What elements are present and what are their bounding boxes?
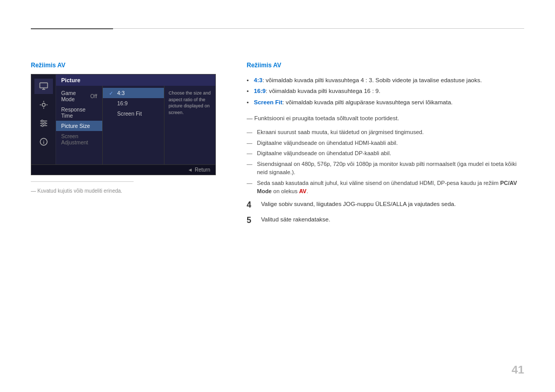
right-av-label: AV: [273, 62, 282, 69]
svg-point-7: [41, 120, 43, 122]
step5-row: 5 Valitud säte rakendatakse.: [247, 215, 524, 226]
left-caption: Kuvatud kujutis võib mudeliti erineda.: [31, 188, 226, 194]
main-note: — Funktsiooni ei pruugita toetada sõltuv…: [247, 114, 524, 123]
menu-item-picturesize[interactable]: Picture Size: [56, 121, 102, 131]
menu-item-screenadjust[interactable]: Screen Adjustment: [56, 131, 102, 147]
left-divider: [31, 181, 134, 182]
return-button[interactable]: ◄ Return: [188, 167, 210, 173]
submenu-item-169[interactable]: 16:9: [103, 98, 164, 108]
menu-items: Game Mode Off Response Time Picture Size: [56, 86, 102, 164]
menu-item-gamemode[interactable]: Game Mode Off: [56, 88, 102, 104]
monitor-ui: i Picture Game Mode Off: [31, 74, 216, 175]
sidebar-icon-monitor[interactable]: [34, 79, 53, 94]
step5-number: 5: [247, 215, 256, 226]
bullet-screenfit: Screen Fit: võimaldab kuvada pilti algup…: [247, 97, 524, 108]
return-arrow-icon: ◄: [188, 167, 193, 173]
svg-point-3: [42, 103, 45, 106]
settings2-icon: [39, 119, 48, 128]
note-list: Ekraani suurust saab muuta, kui täidetud…: [247, 127, 524, 197]
monitor-bottom-bar: ◄ Return: [31, 164, 215, 175]
note-item-2: Digitaalne väljundseade on ühendatud HDM…: [247, 138, 524, 148]
note-item-1: Ekraani suurust saab muuta, kui täidetud…: [247, 127, 524, 138]
settings1-icon: [39, 100, 48, 109]
left-reziimis-label: Režiimis AV: [31, 62, 226, 69]
svg-point-9: [41, 125, 43, 127]
svg-rect-0: [40, 83, 47, 88]
submenu-item-43[interactable]: ✓ 4:3: [103, 88, 164, 98]
sidebar-icon-settings1[interactable]: [34, 97, 53, 113]
menu-title: Picture: [56, 74, 215, 86]
submenu-item-screenfit[interactable]: Screen Fit: [103, 108, 164, 119]
right-column: Režiimis AV 4:3: võimaldab kuvada pilti …: [247, 62, 524, 231]
right-reziimis-text: Režiimis: [247, 62, 272, 69]
bullet-43: 4:3: võimaldab kuvada pilti kuvasuhtega …: [247, 75, 524, 86]
info-icon: i: [39, 137, 48, 146]
bullet-169: 16:9: võimaldab kuvada pilti kuvasuhtega…: [247, 86, 524, 97]
note-item-3: Digitaalne väljundseade on ühendatud DP-…: [247, 148, 524, 159]
desc-text: Choose the size and aspect ratio of the …: [169, 90, 211, 116]
icon-sidebar: i: [31, 74, 56, 164]
step5-text: Valitud säte rakendatakse.: [261, 215, 330, 224]
step4-number: 4: [247, 200, 256, 211]
return-label: Return: [195, 167, 210, 173]
right-reziimis-label: Režiimis AV: [247, 62, 524, 69]
bullet-list: 4:3: võimaldab kuvada pilti kuvasuhtega …: [247, 75, 524, 108]
left-column: Režiimis AV: [31, 62, 226, 231]
monitor-icon: [39, 82, 48, 91]
menu-item-responsetime[interactable]: Response Time: [56, 104, 102, 121]
left-reziimis-text: Režiimis: [31, 62, 56, 69]
page-number: 41: [512, 363, 524, 377]
sidebar-icon-info[interactable]: i: [34, 134, 53, 150]
svg-text:i: i: [43, 140, 44, 145]
note-item-5: Seda saab kasutada ainult juhul, kui väl…: [247, 178, 524, 197]
svg-point-8: [44, 122, 46, 124]
note-item-4: Sisendsignaal on 480p, 576p, 720p või 10…: [247, 159, 524, 178]
menu-content: Picture Game Mode Off Response Time: [56, 74, 215, 164]
desc-panel: Choose the size and aspect ratio of the …: [164, 86, 215, 164]
submenu-panel: ✓ 4:3 16:9 Screen Fit: [102, 86, 164, 164]
sidebar-icon-settings2[interactable]: [34, 116, 53, 131]
left-av-label: AV: [58, 62, 66, 69]
step4-text: Valige sobiv suvand, liigutades JOG-nupp…: [261, 200, 456, 209]
step4-row: 4 Valige sobiv suvand, liigutades JOG-nu…: [247, 200, 524, 211]
